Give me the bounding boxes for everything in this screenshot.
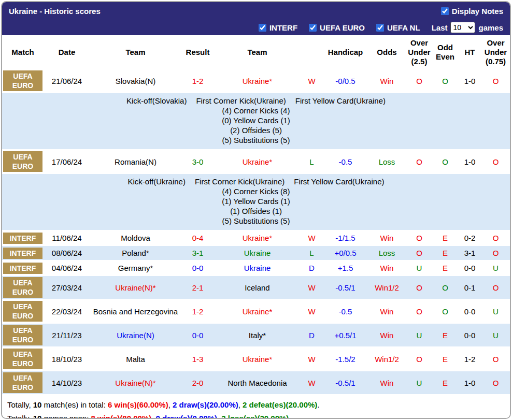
odd-even-cell: O [432,150,458,173]
team-away-cell: Ukraine* [215,299,300,323]
result-cell: 1-3 [181,347,215,371]
summary-segment: games open: [41,414,91,419]
result-letter-cell: L [300,150,323,173]
handicap-cell: -0.5 [323,150,367,173]
over-under-075-cell: O [481,69,510,93]
result-letter-cell: D [300,260,323,276]
odds-cell: Win [367,230,406,245]
display-notes-toggle[interactable]: Display Notes [441,7,503,16]
notes-row: Kick-off(Slovakia)First Corner Kick(Ukra… [2,93,510,150]
odds-cell: Win [367,299,406,323]
over-under-25-cell: O [406,347,432,371]
ht-cell: 1-2 [458,347,481,371]
col-header-odds: Odds [367,35,406,69]
historic-scores-panel: Ukraine - Historic scores Display Notes … [1,1,511,419]
competition-badge: UEFA EURO [3,70,42,91]
summary-line: Totally, 10 games open: 8 win(s)(80.00%)… [7,412,505,419]
scores-table: Match Date Team Result Team Handicap Odd… [2,35,510,395]
col-header-result: Result [181,35,215,69]
odds-cell: Loss [367,245,406,260]
over-under-25-cell: O [406,276,432,299]
over-under-075-cell: U [481,260,510,276]
team-away-cell: North Macedonia [215,371,300,395]
interf-checkbox[interactable] [259,24,266,32]
handicap-cell: +1.5 [323,260,367,276]
date-cell: 21/06/24 [44,69,90,93]
team-home-cell: Germany* [90,260,181,276]
games-count-select[interactable]: 10 [450,22,475,33]
result-letter-cell: L [300,245,323,260]
result-cell: 2-1 [181,276,215,299]
summary-segment: Totally, [7,414,33,419]
display-notes-checkbox[interactable] [441,7,449,15]
notes-line: (5) Substitutions (5) [2,135,510,145]
odds-cell: Win1/2 [367,347,406,371]
col-header-date: Date [44,35,90,69]
uefa-euro-label: UEFA EURO [320,23,365,32]
odd-even-cell: O [432,299,458,323]
interf-label: INTERF [269,23,297,32]
notes-row: Kick-off(Ukraine)First Corner Kick(Ukrai… [2,173,510,230]
page-title: Ukraine - Historic scores [9,7,101,16]
competition-badge: UEFA EURO [3,325,42,345]
result-letter-cell: D [300,323,323,347]
filter-uefa-nl[interactable]: UEFA NL [376,23,420,32]
summary-segment: . [317,400,319,409]
result-letter-cell: W [300,276,323,299]
date-cell: 14/10/23 [44,371,90,395]
notes-cell: Kick-off(Ukraine)First Corner Kick(Ukrai… [2,173,510,230]
match-row: UEFA EURO14/10/23Ukraine(N)*2-0North Mac… [2,371,510,395]
competition-badge: UEFA EURO [3,277,42,298]
ht-cell: 0-2 [458,230,481,245]
competition-badge: INTERF [3,233,42,244]
filter-interf[interactable]: INTERF [259,23,297,32]
odd-even-cell: E [432,230,458,245]
odds-cell: Win1/2 [367,276,406,299]
summary-segment: , [151,414,155,419]
last-label: Last [432,23,448,32]
odds-cell: Win [367,69,406,93]
filter-uefa-euro[interactable]: UEFA EURO [309,23,365,32]
team-home-cell: Ukraine(N)* [90,276,181,299]
team-away-cell: Ukraine* [215,347,300,371]
handicap-cell: -0.5/1 [323,276,367,299]
summary-segment: 2 draw(s)(20.00%) [173,400,238,409]
over-under-25-cell: O [406,230,432,245]
notes-line: (4) Corner Kicks (8) [2,186,510,196]
competition-cell: UEFA EURO [2,371,44,395]
notes-cell: Kick-off(Slovakia)First Corner Kick(Ukra… [2,93,510,150]
match-row: UEFA EURO17/06/24Romania(N)3-0Ukraine*L-… [2,150,510,173]
uefa-nl-checkbox[interactable] [376,24,384,32]
summary-segment: , [238,400,243,409]
notes-line: (0) Yellow Cards (1) [2,115,510,125]
competition-cell: UEFA EURO [2,150,44,173]
col-header-handicap: Handicap [323,35,367,69]
competition-badge: UEFA EURO [3,301,42,322]
odd-even-cell: O [432,276,458,299]
uefa-euro-checkbox[interactable] [309,24,317,32]
date-cell: 04/06/24 [44,260,90,276]
team-away-cell: Ukraine* [215,230,300,245]
summary-segment: 2 defeat(es)(20.00%) [243,400,317,409]
over-under-075-cell: O [481,371,510,395]
summary-segment: match(es) in total: [41,400,108,409]
match-row: UEFA EURO21/06/24Slovakia(N)1-2Ukraine*W… [2,69,510,93]
odd-even-cell: E [432,260,458,276]
summary-segment: 6 win(s)(60.00%) [108,400,168,409]
date-cell: 22/03/24 [44,299,90,323]
ht-cell: 3-1 [458,245,481,260]
last-games-group: Last 10 games [432,22,503,33]
over-under-25-cell: O [406,69,432,93]
team-away-cell: Iceland [215,276,300,299]
over-under-075-cell: O [481,245,510,260]
result-cell: 0-0 [181,323,215,347]
ht-cell: 1-0 [458,150,481,173]
match-row: INTERF04/06/24Germany*0-0UkraineD+1.5Win… [2,260,510,276]
match-row: UEFA EURO21/11/23Ukraine(N)0-0Italy*D+0.… [2,323,510,347]
over-under-25-cell: O [406,245,432,260]
notes-line: (1) Offsides (1) [2,206,510,216]
handicap-cell: +0/0.5 [323,245,367,260]
competition-cell: UEFA EURO [2,347,44,371]
handicap-cell: +0.5/1 [323,323,367,347]
competition-badge: UEFA EURO [3,151,42,172]
